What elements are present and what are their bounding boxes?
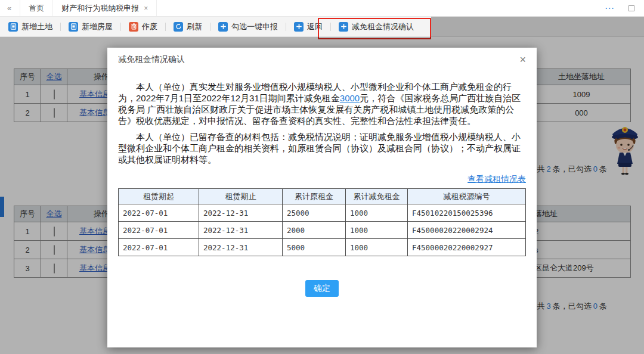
more-options-icon[interactable]: ⋯ [605,5,615,11]
lease-start-cell: 2022-07-01 [119,239,199,256]
plus-icon [218,22,228,32]
rent-amount-link[interactable]: 3000 [340,93,360,103]
toolbar-separator [330,23,331,31]
total-reduction-cell: 1000 [346,204,408,222]
tax-source-code-cell: F45000020220002927 [408,239,526,256]
tax-source-code-cell: F45000020220002924 [408,222,526,239]
tax-source-code-cell: F45010220150025396 [408,204,526,222]
toolbar-separator [210,23,210,31]
void-label: 作废 [142,21,157,32]
lease-end-header: 租赁期止 [199,189,283,204]
one-click-declare-label: 勾选一键申报 [231,21,278,32]
trash-icon [129,22,138,32]
tab-bar: « 首页 财产和行为税纳税申报 × ⋯ [0,0,644,17]
add-land-label: 新增土地 [21,21,52,32]
close-icon[interactable]: × [519,54,526,65]
table-row: 2022-07-01 2022-12-31 5000 1000 F4500002… [119,239,526,256]
total-reduction-header: 累计减免租金 [346,189,408,204]
rent-reduction-modal: 减免租金情况确认 × 本人（单位）真实发生对服务业增值税小规模纳税人、小型微利企… [107,48,537,347]
one-click-declare-button[interactable]: 勾选一键申报 [218,21,278,32]
dim-overlay [431,17,644,37]
toolbar-separator [120,23,121,31]
rent-reduction-confirm-button[interactable]: 减免租金情况确认 [339,21,414,32]
tab-property-tax-declaration[interactable]: 财产和行为税纳税申报 × [53,0,157,16]
total-rent-cell: 5000 [283,239,346,256]
table-row: 2022-07-01 2022-12-31 25000 1000 F450102… [119,204,526,222]
tab-label: 财产和行为税纳税申报 [61,3,139,14]
lease-end-cell: 2022-12-31 [199,222,283,239]
table-row: 2022-07-01 2022-12-31 2000 1000 F4500002… [119,222,526,239]
new-doc-icon [69,22,78,32]
toolbar-separator [60,23,61,31]
total-rent-cell: 2000 [283,222,346,239]
tab-home[interactable]: 首页 [20,0,53,16]
declaration-paragraph-1: 本人（单位）真实发生对服务业增值税小规模纳税人、小型微利企业和个体工商户减免租金… [118,81,526,126]
rent-reduction-table: 租赁期起 租赁期止 累计原租金 累计减免租金 减租税源编号 2022-07-01… [118,188,526,256]
maximize-icon[interactable] [628,5,634,11]
declaration-paragraph-2: 本人（单位）已留存备查的材料包括：减免税情况说明；证明减免服务业增值税小规模纳税… [118,131,526,165]
lease-start-header: 租赁期起 [119,189,199,204]
add-house-button[interactable]: 新增房屋 [69,21,113,32]
table-header-row: 租赁期起 租赁期止 累计原租金 累计减免租金 减租税源编号 [119,189,526,204]
total-reduction-cell: 1000 [346,239,408,256]
total-rent-cell: 25000 [283,204,346,222]
refresh-label: 刷新 [187,21,202,32]
view-rent-reduction-table-link[interactable]: 查看减租情况表 [467,174,526,184]
back-button[interactable]: 返回 [294,21,323,32]
plus-icon [339,22,348,32]
window-controls: ⋯ [605,5,644,11]
toolbar-separator [286,23,286,31]
refresh-icon [174,22,183,32]
void-button[interactable]: 作废 [129,21,157,32]
add-house-label: 新增房屋 [82,21,113,32]
tab-close-icon[interactable]: × [144,4,148,13]
refresh-button[interactable]: 刷新 [174,21,202,32]
plus-icon [294,22,304,32]
confirm-button[interactable]: 确定 [305,280,339,297]
modal-body: 本人（单位）真实发生对服务业增值税小规模纳税人、小型微利企业和个体工商户减免租金… [107,81,537,297]
view-link-row: 查看减租情况表 [118,173,526,185]
rent-reduction-confirm-label: 减免租金情况确认 [352,21,414,32]
lease-start-cell: 2022-07-01 [119,222,199,239]
tab-home-label: 首页 [29,3,44,14]
total-reduction-cell: 1000 [346,222,408,239]
back-label: 返回 [307,21,323,32]
modal-title: 减免租金情况确认 [118,54,185,65]
toolbar-separator [165,23,166,31]
lease-start-cell: 2022-07-01 [119,204,199,222]
modal-header: 减免租金情况确认 × [107,48,537,72]
add-land-button[interactable]: 新增土地 [8,21,52,32]
lease-end-cell: 2022-12-31 [199,204,283,222]
total-rent-header: 累计原租金 [283,189,346,204]
collapse-sidebar-icon[interactable]: « [7,4,11,13]
lease-end-cell: 2022-12-31 [199,239,283,256]
tax-source-code-header: 减租税源编号 [408,189,526,204]
app-window: « 首页 财产和行为税纳税申报 × ⋯ 新增土地 新增房屋 [0,0,644,354]
new-doc-icon [8,22,18,32]
